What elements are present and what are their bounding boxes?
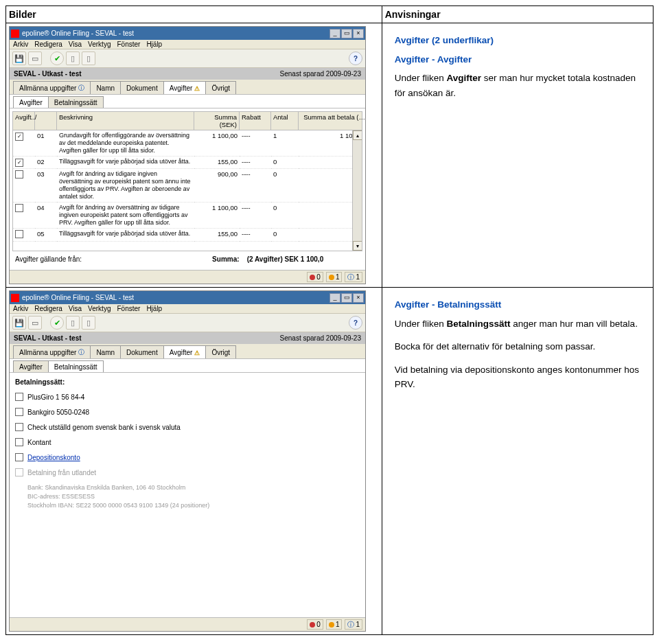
export-icon[interactable]: ▯ xyxy=(82,316,95,330)
subtab-betalningssatt[interactable]: Betalningssätt xyxy=(48,96,104,108)
menu-hjalp[interactable]: Hjälp xyxy=(146,305,162,312)
status-bar: 0 1 ⓘ1 xyxy=(10,617,365,631)
cell-antal: 0 xyxy=(271,229,299,242)
tab-allmanna[interactable]: Allmänna uppgifter ⓘ xyxy=(13,345,91,358)
titlebar[interactable]: epoline® Online Filing - SEVAL - test _ … xyxy=(10,27,365,40)
row-checkbox[interactable] xyxy=(15,204,23,212)
row-checkbox[interactable] xyxy=(15,170,23,179)
document-icon[interactable]: ▯ xyxy=(66,316,80,330)
checkbox-icon[interactable] xyxy=(15,453,23,461)
minimize-button[interactable]: _ xyxy=(330,29,340,38)
help-icon[interactable]: ? xyxy=(349,51,362,65)
menu-hjalp[interactable]: Hjälp xyxy=(146,41,162,48)
menu-arkiv[interactable]: Arkiv xyxy=(13,41,28,48)
tab-allmanna[interactable]: Allmänna uppgifter ⓘ xyxy=(13,81,91,94)
cell-rabatt: ---- xyxy=(240,203,271,229)
validate-icon[interactable]: ✔ xyxy=(50,51,64,65)
error-dot-icon xyxy=(310,275,315,280)
menu-fonster[interactable]: Fönster xyxy=(117,41,140,48)
row-checkbox[interactable] xyxy=(15,133,23,141)
menu-visa[interactable]: Visa xyxy=(69,41,82,48)
checkbox-icon[interactable] xyxy=(15,393,23,401)
scroll-up-icon[interactable]: ▴ xyxy=(353,130,362,140)
checkbox-icon[interactable] xyxy=(15,438,23,446)
menu-verktyg[interactable]: Verktyg xyxy=(88,305,111,312)
restore-button[interactable]: ▭ xyxy=(341,293,352,303)
tab-namn[interactable]: Namn xyxy=(90,81,121,94)
tab-dokument[interactable]: Dokument xyxy=(120,81,164,94)
instr-heading: Avgifter - Betalningssätt xyxy=(395,297,640,312)
abroad-details: Bank: Skandinaviska Enskilda Banken, 106… xyxy=(27,483,360,510)
info-dot-icon: ⓘ xyxy=(347,273,354,282)
menu-redigera[interactable]: Redigera xyxy=(34,305,62,312)
status-warning[interactable]: 1 xyxy=(326,619,343,630)
document-header: SEVAL - Utkast - test Senast sparad 2009… xyxy=(10,68,365,80)
opt-bankgiro[interactable]: Bankgiro 5050-0248 xyxy=(15,408,360,416)
menu-visa[interactable]: Visa xyxy=(69,305,82,312)
warning-dot-icon xyxy=(329,622,334,628)
table-row[interactable]: 03Avgift för ändring av tidigare ingiven… xyxy=(13,169,362,203)
row-checkbox[interactable] xyxy=(15,159,23,167)
document-icon[interactable]: ▯ xyxy=(66,51,80,65)
menu-verktyg[interactable]: Verktyg xyxy=(88,41,111,48)
menu-fonster[interactable]: Fönster xyxy=(117,305,140,312)
help-icon[interactable]: ? xyxy=(349,316,362,330)
subtab-betalningssatt[interactable]: Betalningssätt xyxy=(48,360,104,372)
payment-form: Betalningssätt: PlusGiro 1 56 84-4 Bankg… xyxy=(10,372,365,617)
table-row[interactable]: 05Tilläggsavgift för varje påbörjad sida… xyxy=(13,229,362,242)
validate-icon[interactable]: ✔ xyxy=(50,316,64,330)
restore-button[interactable]: ▭ xyxy=(341,29,352,38)
tab-ovrigt[interactable]: Övrigt xyxy=(205,345,236,358)
export-icon[interactable]: ▯ xyxy=(82,51,95,65)
checkbox-icon[interactable] xyxy=(15,423,23,431)
window-title: epoline® Online Filing - SEVAL - test xyxy=(22,30,134,37)
titlebar[interactable]: epoline® Online Filing - SEVAL - test _ … xyxy=(10,291,365,304)
minimize-button[interactable]: _ xyxy=(330,293,340,303)
opt-depositionskonto[interactable]: Depositionskonto xyxy=(15,453,360,461)
tab-namn[interactable]: Namn xyxy=(90,345,121,358)
status-info[interactable]: ⓘ1 xyxy=(345,272,362,282)
status-warning[interactable]: 1 xyxy=(326,272,343,282)
save-icon[interactable]: 💾 xyxy=(12,51,26,65)
print-icon[interactable]: ▭ xyxy=(28,316,42,330)
status-info[interactable]: ⓘ1 xyxy=(345,619,362,630)
table-row[interactable]: 04Avgift för ändring av översättning av … xyxy=(13,203,362,229)
tab-dokument[interactable]: Dokument xyxy=(120,345,164,358)
error-dot-icon xyxy=(310,622,315,628)
subtab-avgifter[interactable]: Avgifter xyxy=(13,360,49,372)
tab-avgifter[interactable]: Avgifter ⚠ xyxy=(163,81,207,94)
scroll-down-icon[interactable]: ▾ xyxy=(353,241,362,251)
sub-tabs: Avgifter Betalningssätt xyxy=(10,358,365,372)
cell-description: Avgift för ändring av tidigare ingiven ö… xyxy=(57,169,194,203)
opt-check[interactable]: Check utställd genom svensk bank i svens… xyxy=(15,423,360,431)
menu-arkiv[interactable]: Arkiv xyxy=(13,305,28,312)
tab-avgifter[interactable]: Avgifter ⚠ xyxy=(163,345,207,358)
save-icon[interactable]: 💾 xyxy=(12,316,26,330)
print-icon[interactable]: ▭ xyxy=(28,51,42,65)
table-row[interactable]: 01Grundavgift för offentliggörande av öv… xyxy=(13,130,362,157)
close-button[interactable]: × xyxy=(353,293,364,303)
cell-description: Avgift för ändring av översättning av ti… xyxy=(57,203,194,229)
opt-plusgiro[interactable]: PlusGiro 1 56 84-4 xyxy=(15,393,360,401)
scrollbar[interactable]: ▴ ▾ xyxy=(352,130,362,251)
opt-kontant[interactable]: Kontant xyxy=(15,438,360,446)
valid-from-label: Avgifter gällande från: xyxy=(15,255,82,263)
cell-antal: 0 xyxy=(271,157,299,169)
window-avgifter: epoline® Online Filing - SEVAL - test _ … xyxy=(9,26,366,284)
sub-tabs: Avgifter Betalningssätt xyxy=(10,94,365,108)
close-button[interactable]: × xyxy=(353,29,364,38)
checkbox-icon[interactable] xyxy=(15,408,23,416)
cell-code: 01 xyxy=(35,130,57,157)
cell-rabatt: ---- xyxy=(240,157,271,169)
subtab-avgifter[interactable]: Avgifter xyxy=(13,96,49,108)
status-error[interactable]: 0 xyxy=(307,272,323,282)
status-error[interactable]: 0 xyxy=(307,619,323,630)
cell-antal: 0 xyxy=(271,169,299,203)
tab-ovrigt[interactable]: Övrigt xyxy=(205,81,236,94)
cell-code: 04 xyxy=(35,203,57,229)
menu-redigera[interactable]: Redigera xyxy=(34,41,62,48)
row-checkbox[interactable] xyxy=(15,230,23,238)
cell-rabatt: ---- xyxy=(240,229,271,242)
table-row[interactable]: 02Tilläggsavgift för varje påbörjad sida… xyxy=(13,157,362,169)
cell-sum: 155,00 xyxy=(194,229,240,242)
